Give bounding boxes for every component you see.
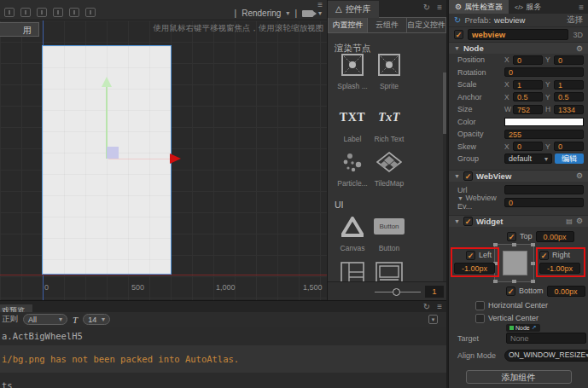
color-swatch[interactable] (504, 118, 584, 126)
align-left-icon[interactable] (4, 8, 15, 17)
gizmo-x-arrowhead (170, 153, 181, 164)
node-section-header[interactable]: ▼ Node ⚙ (449, 42, 588, 54)
node-active-checkbox[interactable]: ✓ (454, 30, 463, 39)
camera-icon[interactable] (302, 10, 313, 17)
scale-x-field[interactable]: 1 (513, 80, 543, 90)
dimension-toggle[interactable]: 3D (573, 31, 583, 39)
vertical-center-checkbox[interactable] (475, 314, 485, 323)
scene-viewport[interactable]: 使用鼠标右键平移视窗焦点，使用滚轮缩放视图 用 0 500 1,000 1,50… (0, 20, 327, 300)
gear-icon[interactable]: ⚙ (576, 171, 583, 180)
collapse-arrow-icon[interactable]: ▼ (454, 218, 460, 224)
rendering-dropdown[interactable]: Rendering (242, 9, 281, 18)
zoom-slider-knob[interactable] (393, 288, 400, 296)
tab-property-inspector[interactable]: ⚙ 属性检查器 (449, 0, 509, 14)
add-component-button[interactable]: 添加组件 (466, 370, 572, 384)
refresh-icon[interactable]: ↻ (423, 3, 430, 12)
distribute-left-icon[interactable] (53, 8, 63, 17)
webview-events-count-field[interactable]: 0 (504, 198, 584, 207)
collapse-arrow-icon: ▼ (457, 195, 463, 201)
position-x-field[interactable]: 0 (513, 55, 543, 65)
widget-top-checkbox[interactable]: ✓ (507, 232, 516, 241)
scene-panel: ≡ | Rendering ▾ | ▾ 使用鼠标右键平移视窗焦点，使用滚轮缩放视… (0, 0, 327, 300)
refresh-icon[interactable]: ↻ (423, 302, 430, 311)
external-link-icon[interactable]: ↗ (532, 324, 537, 331)
layout-icon (334, 261, 371, 281)
align-right-icon[interactable] (37, 8, 47, 17)
prefab-select-button[interactable]: 选择 (567, 14, 583, 26)
font-size-dropdown[interactable]: 14 ▾ (83, 314, 110, 325)
library-item-canvas[interactable]: Canvas (334, 215, 371, 252)
log-line[interactable]: ts (0, 373, 446, 388)
distribute-right-icon[interactable] (85, 8, 96, 17)
console-header: 戏预览 ↻ ≡ (0, 301, 446, 312)
library-item-webview[interactable] (370, 261, 408, 281)
widget-bottom-field[interactable]: 0.00px (547, 286, 585, 297)
zoom-value-field[interactable]: 1 (425, 286, 444, 298)
scale-y-field[interactable]: 1 (554, 80, 584, 90)
library-item-label[interactable]: TXT Label (334, 106, 371, 143)
tab-services[interactable]: </> 服务 (509, 0, 547, 14)
gizmo-toolbar (4, 8, 96, 17)
widget-section-header[interactable]: ▼ ✓ Widget ▤ ⚙ (449, 215, 588, 227)
panel-menu-icon[interactable]: ≡ (579, 3, 584, 12)
url-input[interactable] (504, 185, 584, 194)
gizmo-origin-handle[interactable] (107, 147, 119, 159)
distribute-center-icon[interactable] (69, 8, 79, 17)
group-edit-button[interactable]: 编辑 (555, 153, 584, 164)
align-mode-dropdown[interactable]: ON_WINDOW_RESIZE ▾ (504, 350, 588, 362)
widget-bottom-checkbox[interactable]: ✓ (506, 287, 515, 296)
scrollbar[interactable] (443, 72, 446, 281)
collapse-arrow-icon[interactable]: ▼ (454, 173, 460, 179)
webview-enabled-checkbox[interactable]: ✓ (463, 171, 473, 181)
particle-icon (334, 150, 371, 173)
opacity-field[interactable]: 255 (504, 130, 584, 139)
anchor-x-field[interactable]: 0.5 (513, 92, 543, 101)
chevron-down-icon[interactable]: ▾ (286, 9, 289, 17)
position-y-field[interactable]: 0 (554, 55, 584, 65)
canvas-icon (334, 215, 371, 238)
copy-component-icon[interactable]: ▤ (566, 217, 573, 225)
library-item-sprite[interactable]: Sprite (370, 53, 408, 90)
library-item-richtext[interactable]: TxT Rich Text (370, 106, 408, 143)
gizmo-x-arrow[interactable] (108, 159, 170, 159)
align-center-icon[interactable] (20, 8, 31, 17)
log-line-warning[interactable]: i/bg.png has not been packed into AutoAt… (0, 345, 446, 373)
chevron-down-icon[interactable]: ▾ (318, 9, 322, 17)
horizontal-center-checkbox[interactable] (475, 301, 485, 310)
library-item-particle[interactable]: Particle... (334, 150, 371, 188)
scroll-to-bottom-icon[interactable]: ▾ (428, 315, 438, 324)
log-filter-dropdown[interactable]: All ▾ (23, 314, 67, 325)
size-w-field[interactable]: 752 (513, 105, 543, 114)
library-item-layout[interactable] (334, 261, 371, 281)
panel-menu-icon[interactable]: ≡ (437, 302, 442, 311)
anchor-y-field[interactable]: 0.5 (554, 92, 584, 101)
library-item-splash[interactable]: Splash ... (334, 53, 371, 90)
log-line[interactable]: a.ActBigWheelH5 (0, 327, 446, 345)
gear-icon[interactable]: ⚙ (576, 217, 583, 225)
rotation-field[interactable]: 0 (504, 67, 584, 77)
target-input[interactable]: None (506, 333, 586, 344)
widget-anchor-diagram[interactable] (494, 244, 534, 282)
prefab-sync-icon[interactable]: ↻ (454, 15, 461, 25)
library-item-tiledmap[interactable]: TiledMap (370, 150, 408, 188)
tab-widget-library[interactable]: △ 控件库 (328, 1, 379, 18)
library-item-button[interactable]: Button Button (370, 215, 408, 252)
tab-builtin-controls[interactable]: 内置控件 (328, 17, 368, 33)
code-icon: </> (515, 4, 523, 10)
gear-icon[interactable]: ⚙ (576, 44, 583, 53)
tab-custom-controls[interactable]: 自定义控件 (407, 17, 446, 33)
skew-x-field[interactable]: 0 (513, 142, 543, 151)
partial-button[interactable]: 用 (0, 22, 39, 37)
widget-enabled-checkbox[interactable]: ✓ (463, 217, 473, 226)
skew-y-field[interactable]: 0 (554, 142, 584, 151)
widget-top-field[interactable]: 0.00px (536, 231, 574, 242)
tab-cloud-components[interactable]: 云组件 (368, 17, 407, 33)
collapse-arrow-icon[interactable]: ▼ (454, 45, 460, 51)
group-dropdown[interactable]: default ▾ (504, 153, 552, 164)
color-row: Color (449, 116, 588, 129)
node-name-input[interactable]: webview (468, 29, 568, 40)
webview-section-header[interactable]: ▼ ✓ WebView ⚙ (449, 170, 588, 182)
scene-toolbar: ≡ | Rendering ▾ | ▾ (0, 0, 327, 20)
size-h-field[interactable]: 1334 (554, 105, 584, 114)
panel-menu-icon[interactable]: ≡ (437, 3, 442, 12)
